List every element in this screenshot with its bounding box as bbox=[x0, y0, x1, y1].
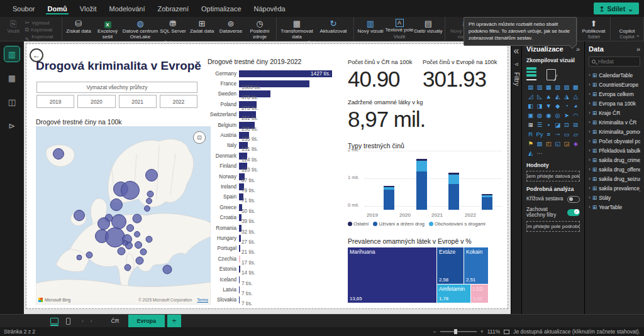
data-table-item[interactable]: › ⊞ CountriesEurope bbox=[589, 80, 640, 89]
recent-sources-button[interactable]: ◷ Poslední zdroje bbox=[245, 18, 274, 40]
collapse-right-icon[interactable]: » bbox=[576, 45, 580, 53]
bar-row[interactable]: Austria 155 tis. bbox=[208, 130, 343, 140]
map-data-bubble[interactable] bbox=[140, 249, 147, 256]
visual-type-icon[interactable]: ◪ bbox=[553, 121, 562, 129]
fit-to-page-icon[interactable] bbox=[504, 330, 509, 334]
visual-type-icon[interactable]: ◰ bbox=[545, 139, 553, 148]
visual-type-icon[interactable]: ▲ bbox=[545, 92, 553, 101]
menu-item[interactable]: Modelování bbox=[103, 1, 152, 16]
visual-type-icon[interactable]: ◔ bbox=[562, 102, 570, 111]
visual-type-icon[interactable]: ▭ bbox=[562, 130, 570, 139]
cut-button[interactable]: ✂ Vyjmout bbox=[25, 19, 60, 26]
collapse-right-icon[interactable]: » bbox=[636, 45, 640, 53]
visual-type-icon[interactable]: ◺ bbox=[535, 92, 543, 101]
bar-row[interactable]: Iceland 7 tis. bbox=[208, 274, 343, 285]
visual-type-icon[interactable]: ☰ bbox=[535, 121, 543, 129]
chevron-right-icon[interactable]: › bbox=[589, 72, 591, 78]
visual-type-icon[interactable]: ▪ bbox=[545, 121, 553, 129]
bar[interactable]: 238 tis. bbox=[239, 122, 255, 129]
data-table-item[interactable]: › ⊞ Evropa na 100k bbox=[589, 99, 640, 108]
visual-type-icon[interactable]: ▥ bbox=[535, 83, 543, 92]
bar[interactable]: 1427 tis. bbox=[239, 70, 332, 77]
bar-row[interactable]: Czechia 17 tis. bbox=[208, 254, 343, 264]
bar-row[interactable]: Denmark 124 tis. bbox=[208, 151, 343, 161]
map-data-bubble[interactable] bbox=[163, 265, 172, 274]
bar[interactable]: 21 tis. bbox=[239, 245, 240, 252]
stacked-column[interactable] bbox=[482, 194, 492, 210]
bar[interactable]: 273 tis. bbox=[239, 101, 257, 108]
data-table-item[interactable]: › ⊞ Evropa celkem bbox=[589, 89, 640, 99]
build-visual-tab[interactable] bbox=[526, 67, 536, 80]
chevron-right-icon[interactable]: › bbox=[589, 185, 591, 191]
refresh-button[interactable]: ↻ Aktualizovat bbox=[315, 18, 352, 34]
visual-type-icon[interactable]: ◎ bbox=[553, 111, 562, 120]
mobile-layout-icon[interactable] bbox=[66, 318, 70, 325]
bar-row[interactable]: Portugal 21 tis. bbox=[208, 244, 343, 254]
visual-type-icon[interactable]: ⊟ bbox=[572, 121, 580, 129]
bar[interactable]: 87 tis. bbox=[239, 173, 245, 180]
treemap-cell-amfetamin[interactable]: Amfetamin 1,78 bbox=[437, 285, 470, 303]
visual-type-icon[interactable]: ⊞ bbox=[526, 121, 535, 129]
visual-type-icon[interactable]: ▦ bbox=[545, 83, 553, 92]
onelake-hub-button[interactable]: ◍ Datové centrum OneLake bbox=[122, 18, 158, 40]
map-data-bubble[interactable] bbox=[126, 224, 134, 232]
visual-type-icon[interactable]: ◭ bbox=[553, 92, 562, 101]
visual-type-icon[interactable]: ▤ bbox=[526, 83, 535, 92]
page-tab[interactable]: ČR bbox=[103, 315, 128, 328]
map-zoom-control-icon[interactable]: ⊡ bbox=[193, 131, 206, 144]
visual-type-icon[interactable]: ◠ bbox=[572, 111, 580, 120]
paste-button[interactable]: ⎘ Vložit bbox=[2, 18, 25, 34]
visual-type-icon[interactable]: ◕ bbox=[572, 102, 580, 111]
get-data-button[interactable]: ⛁ Získat data bbox=[64, 18, 93, 34]
dataverse-button[interactable]: ⊚ Dataverse bbox=[216, 18, 245, 34]
treemap-visual[interactable]: Marihuana 13,65 Extáze 2,58 Kokain 2,51 … bbox=[348, 247, 488, 303]
stacked-column[interactable] bbox=[448, 173, 459, 210]
map-data-bubble[interactable] bbox=[97, 217, 110, 230]
visual-type-icon[interactable]: ◭ bbox=[526, 149, 535, 158]
segment-trafficking[interactable] bbox=[416, 161, 427, 171]
bar-row[interactable]: Norway 87 tis. bbox=[208, 171, 343, 182]
menu-item[interactable]: Zobrazení bbox=[151, 1, 195, 16]
more-visuals-button[interactable]: ▤ Další vizuály bbox=[414, 18, 443, 34]
segment-trafficking[interactable] bbox=[448, 175, 459, 184]
bar-row[interactable]: Sweden 478 tis. bbox=[208, 89, 343, 99]
drillthrough-field-well[interactable]: Sem přidejte pole podrobn... bbox=[526, 221, 580, 232]
treemap-cell-lsd[interactable]: LSD 1,02 bbox=[471, 285, 488, 303]
excel-workbook-button[interactable]: X Excelový sešit bbox=[93, 18, 122, 40]
format-visual-tab[interactable] bbox=[547, 69, 556, 80]
data-table-item[interactable]: › ⊞ Kraje ČR bbox=[589, 108, 640, 117]
data-table-item[interactable]: › ⊞ Překladová tabulka bbox=[589, 146, 640, 155]
segment-usage[interactable] bbox=[416, 171, 427, 210]
menu-item[interactable]: Soubor bbox=[6, 1, 41, 16]
bar[interactable]: 79 tis. bbox=[239, 183, 244, 190]
visual-type-icon[interactable]: ▣ bbox=[526, 111, 535, 120]
treemap-cell-extaze[interactable]: Extáze 2,58 bbox=[437, 247, 464, 284]
visual-type-icon[interactable]: ◧ bbox=[526, 102, 535, 111]
zoom-out-button[interactable]: − bbox=[433, 328, 436, 335]
transform-data-button[interactable]: ▦ Transformovat data bbox=[279, 18, 315, 40]
visual-type-icon[interactable]: Py bbox=[535, 130, 543, 139]
bar[interactable]: 17 tis. bbox=[239, 256, 240, 263]
chevron-right-icon[interactable]: › bbox=[589, 138, 591, 144]
visual-type-icon[interactable]: ⊡ bbox=[562, 121, 570, 129]
data-table-item[interactable]: › ⊞ Počet obyvatel podle ... bbox=[589, 136, 640, 146]
data-table-item[interactable]: › ⊞ sakila prevalence_of_d... bbox=[589, 183, 640, 193]
treemap-cell-marihuana[interactable]: Marihuana 13,65 bbox=[348, 247, 436, 303]
segment-usage[interactable] bbox=[482, 197, 492, 210]
visual-type-icon[interactable]: ◿ bbox=[526, 92, 535, 101]
data-table-item[interactable]: › ⊞ sakila drug_seizures bbox=[589, 174, 640, 183]
visual-type-icon[interactable]: ◨ bbox=[535, 102, 543, 111]
sql-server-button[interactable]: ⛃ SQL Server bbox=[158, 18, 187, 34]
visual-type-icon[interactable]: ⚑ bbox=[526, 139, 535, 148]
chevron-right-icon[interactable]: › bbox=[589, 148, 591, 153]
stacked-column[interactable] bbox=[416, 159, 427, 210]
map-data-bubble[interactable] bbox=[133, 214, 142, 224]
bar-row[interactable]: Slovakia 7 tis. bbox=[208, 295, 343, 305]
map-data-bubble[interactable] bbox=[135, 241, 142, 249]
visual-type-icon[interactable]: ⋯ bbox=[535, 149, 543, 158]
bar-row[interactable]: Belgium 238 tis. bbox=[208, 120, 343, 130]
report-view-button[interactable]: ▥ bbox=[4, 46, 19, 62]
chevron-right-icon[interactable]: › bbox=[589, 82, 591, 87]
chevron-right-icon[interactable]: › bbox=[589, 119, 591, 125]
legend-item[interactable]: Ostatní bbox=[348, 221, 369, 227]
